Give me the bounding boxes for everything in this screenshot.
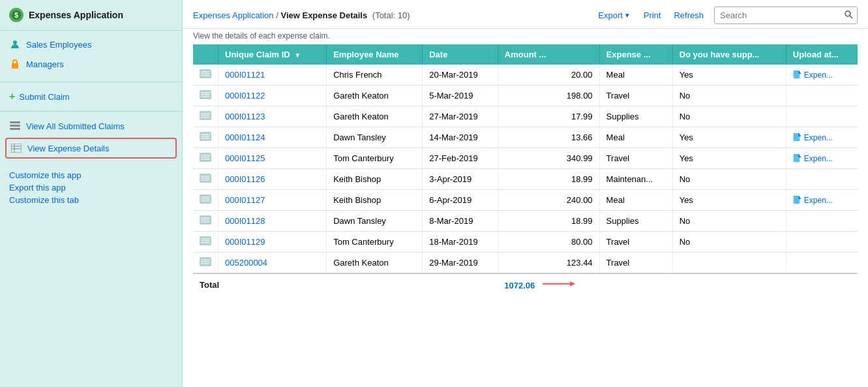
claim-id-link[interactable]: 000I01121 — [225, 70, 265, 80]
cell-date: 14-Mar-2019 — [423, 127, 498, 148]
cell-upload: Expen... — [786, 65, 858, 85]
table-row: 000I01125Tom Canterbury27-Feb-2019340.99… — [193, 148, 858, 169]
cell-upload — [786, 253, 858, 274]
search-input[interactable] — [715, 8, 840, 23]
cell-employee: Tom Canterbury — [327, 148, 423, 169]
view-all-label: View All Submitted Claims — [26, 121, 125, 131]
cell-claim-id: 000I01123 — [218, 106, 327, 127]
cell-upload: Expen... — [786, 148, 858, 169]
cell-date: 27-Feb-2019 — [423, 148, 498, 169]
col-support: Do you have supp... — [672, 44, 786, 65]
row-record-icon — [200, 90, 211, 99]
cell-employee: Keith Bishop — [327, 190, 423, 211]
customize-app-link[interactable]: Customize this app — [9, 170, 173, 180]
export-app-link[interactable]: Export this app — [9, 183, 173, 193]
cell-employee: Gareth Keaton — [327, 253, 423, 274]
sidebar-link-view-details[interactable]: View Expense Details — [5, 138, 177, 159]
cell-upload: Expen... — [786, 127, 858, 148]
table-row: 000I01128Dawn Tansley8-Mar-201918.99Supp… — [193, 211, 858, 232]
cell-claim-id: 000I01125 — [218, 148, 327, 169]
refresh-label: Refresh — [674, 10, 704, 20]
claim-id-link[interactable]: 000I01124 — [225, 132, 265, 142]
svg-rect-4 — [10, 121, 20, 123]
lock-icon — [9, 58, 21, 70]
cell-expense-type: Travel — [599, 85, 672, 106]
sidebar-link-view-all[interactable]: View All Submitted Claims — [0, 116, 182, 136]
row-icon-cell — [193, 85, 218, 106]
svg-rect-3 — [12, 63, 18, 69]
sidebar-links: View All Submitted Claims View Expense D… — [0, 116, 182, 160]
cell-claim-id: 000I01122 — [218, 85, 327, 106]
plus-icon: + — [9, 91, 15, 102]
cell-date: 18-Mar-2019 — [423, 232, 498, 253]
export-button[interactable]: Export ▼ — [595, 9, 633, 22]
cell-employee: Keith Bishop — [327, 169, 423, 190]
row-icon-cell — [193, 253, 218, 274]
app-title-label: Expenses Application — [29, 10, 123, 20]
cell-support: No — [672, 211, 786, 232]
breadcrumb-current: View Expense Details — [280, 10, 367, 20]
claim-id-link[interactable]: 005200004 — [225, 258, 267, 268]
cell-amount: 13.66 — [498, 127, 599, 148]
col-icon — [193, 44, 218, 65]
total-filler — [599, 273, 858, 296]
breadcrumb-app-link[interactable]: Expenses Application — [193, 10, 274, 20]
svg-rect-5 — [10, 125, 20, 127]
upload-link[interactable]: Expen... — [793, 154, 851, 163]
claim-id-link[interactable]: 000I01126 — [225, 174, 265, 184]
row-icon-cell — [193, 65, 218, 85]
cell-amount: 340.99 — [498, 148, 599, 169]
upload-link[interactable]: Expen... — [793, 196, 851, 205]
cell-support: No — [672, 106, 786, 127]
view-details-label: View Expense Details — [27, 144, 110, 153]
file-icon — [793, 196, 802, 205]
svg-marker-62 — [570, 281, 575, 286]
sidebar-item-sales-employees[interactable]: Sales Employees — [0, 35, 182, 54]
row-icon-cell — [193, 148, 218, 169]
claim-id-link[interactable]: 000I01125 — [225, 153, 265, 163]
claim-id-link[interactable]: 000I01127 — [225, 195, 265, 205]
cell-expense-type: Maintenan... — [599, 169, 672, 190]
cell-claim-id: 000I01126 — [218, 169, 327, 190]
cell-employee: Gareth Keaton — [327, 106, 423, 127]
total-arrow — [543, 279, 575, 288]
table-body: 000I01121Chris French20-Mar-201920.00Mea… — [193, 65, 858, 273]
cell-date: 3-Apr-2019 — [423, 169, 498, 190]
submit-claim-item[interactable]: + Submit Claim — [0, 86, 182, 107]
cell-amount: 123.44 — [498, 253, 599, 274]
total-label: Total — [193, 273, 498, 296]
claim-id-link[interactable]: 000I01122 — [225, 91, 265, 101]
table-container: Unique Claim ID ▼ Employee Name Date Amo… — [183, 44, 868, 387]
claim-id-link[interactable]: 000I01123 — [225, 112, 265, 121]
col-date: Date — [423, 44, 498, 65]
svg-line-12 — [850, 16, 853, 19]
sub-header: View the details of each expense claim. — [183, 29, 868, 44]
upload-link[interactable]: Expen... — [793, 133, 851, 142]
cell-upload — [786, 211, 858, 232]
cell-claim-id: 000I01124 — [218, 127, 327, 148]
cell-amount: 80.00 — [498, 232, 599, 253]
row-icon-cell — [193, 232, 218, 253]
cell-amount: 18.99 — [498, 169, 599, 190]
search-icon-button[interactable] — [840, 7, 857, 23]
cell-amount: 198.00 — [498, 85, 599, 106]
col-claim-id-label: Unique Claim ID — [225, 50, 290, 59]
refresh-button[interactable]: Refresh — [671, 9, 706, 22]
claim-id-link[interactable]: 000I01128 — [225, 216, 265, 226]
claim-id-link[interactable]: 000I01129 — [225, 237, 265, 247]
table-row: 000I01126Keith Bishop3-Apr-201918.99Main… — [193, 169, 858, 190]
svg-marker-32 — [798, 133, 801, 136]
cell-employee: Gareth Keaton — [327, 85, 423, 106]
table-header: Unique Claim ID ▼ Employee Name Date Amo… — [193, 44, 858, 65]
cell-support: Yes — [672, 65, 786, 85]
customize-tab-link[interactable]: Customize this tab — [9, 195, 173, 205]
cell-upload — [786, 85, 858, 106]
print-button[interactable]: Print — [641, 9, 664, 22]
sidebar-item-managers[interactable]: Managers — [0, 54, 182, 74]
col-claim-id[interactable]: Unique Claim ID ▼ — [218, 44, 327, 65]
svg-rect-6 — [10, 128, 20, 130]
upload-link[interactable]: Expen... — [793, 70, 851, 80]
cell-expense-type: Meal — [599, 65, 672, 85]
cell-expense-type: Travel — [599, 232, 672, 253]
main-content: Expenses Application / View Expense Deta… — [183, 0, 868, 387]
